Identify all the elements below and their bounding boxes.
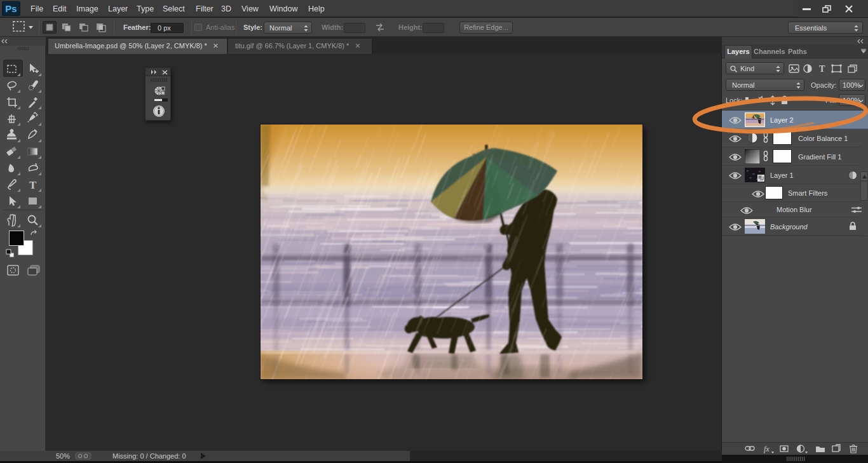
svg-text:T: T [29, 179, 37, 191]
svg-text:fx: fx [764, 445, 770, 453]
svg-text:T: T [819, 64, 825, 74]
